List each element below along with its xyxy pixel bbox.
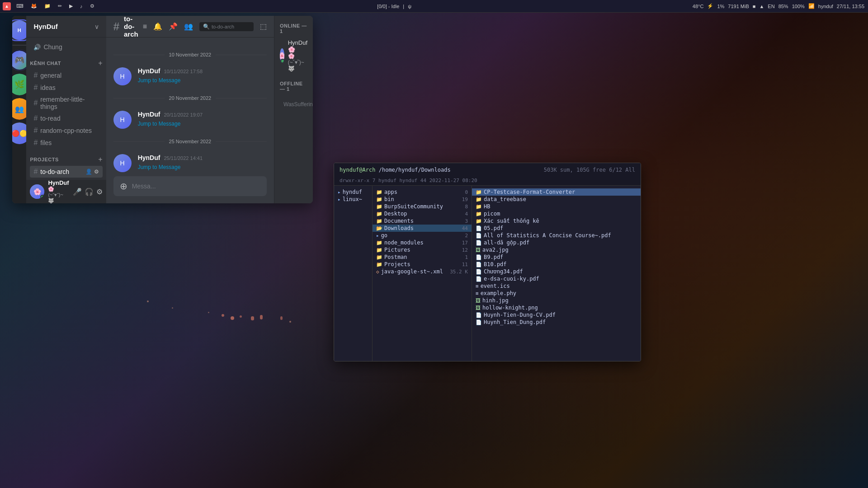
jump-link-3[interactable]: Jump to Message [138,164,181,170]
t-item-hollowknight[interactable]: 🖼 hollow-knight.png [472,304,641,311]
t-item-java-xml[interactable]: ◇ java-google-st~.xml 35.2 K [373,268,472,275]
server-icon-2[interactable]: 🎮 [12,49,26,71]
add-channel-icon[interactable]: + [98,59,102,67]
t-item-allda[interactable]: 📄 all-dã gộp.pdf [472,239,641,246]
t-item-linux[interactable]: ▸ linux~ [334,196,372,203]
server-icon-5[interactable]: 🔴🟡 [12,122,26,144]
t-item-05pdf[interactable]: 📄 05.pdf [472,225,641,232]
inbox-icon[interactable]: ⬚ [260,22,267,31]
server-icon-3[interactable]: 🌿 [12,74,26,95]
message-1[interactable]: H HynDuf 10/11/2022 17:58 Jump to Messag… [106,65,274,88]
t-item-eventics[interactable]: ≡ event.ics [472,282,641,290]
t-item-xacxuat[interactable]: 📁 Xác suất thống kê [472,217,641,225]
members-icon[interactable]: 👥 [184,22,193,31]
t-item-huynhcv[interactable]: 📄 Huynh-Tien-Dung-CV.pdf [472,311,641,319]
channel-item-to-read[interactable]: # to-read [30,113,102,124]
messages-area[interactable]: 10 November 2022 H HynDuf 10/11/2022 17:… [106,38,274,176]
gear-icon: ⚙ [94,169,99,175]
music-app[interactable]: ♪ [77,3,85,10]
pin-icon[interactable]: 📌 [169,22,178,31]
music-icon: ♪ [80,4,83,9]
channel-item-cpp[interactable]: # random-cpp-notes [30,125,102,136]
message-input-field[interactable] [132,183,260,190]
files-app[interactable]: 📁 [42,2,53,10]
username: hynduf [818,4,833,9]
headset-icon[interactable]: 🎧 [85,188,94,196]
t-item-hb[interactable]: 📁 HB [472,203,641,210]
t-item-hinhjpg[interactable]: 🖼 hinh.jpg [472,297,641,304]
user-controls: 🎤 🎧 ⚙ [73,188,103,196]
video-app[interactable]: ▶ [66,2,75,10]
online-user-info: HynDuf 🌸 🌸(~˘▾˘)~🐺 [288,39,307,72]
t-item-data-treebase[interactable]: 📁 data_treebase [472,196,641,203]
t-item-pictures[interactable]: 📁 Pictures 12 [373,246,472,253]
channel-item-to-do-arch[interactable]: # to-do-arch 👤 ⚙ [30,166,102,178]
t-item-edsa[interactable]: 📄 e-dsa-cuoi-ky.pdf [472,275,641,282]
online-avatar-emoji: 🌸 [280,52,284,59]
t-item-projects[interactable]: 📁 Projects 11 [373,261,472,268]
search-placeholder: to-do-arch [212,24,234,29]
folder-icon-linux: ▸ [338,197,341,202]
t-item-allstatspdf[interactable]: 📄 All of Statistics A Concise Course~.pd… [472,232,641,239]
channel-item-files[interactable]: # files [30,137,102,149]
particle [222,314,224,317]
t-item-chuong34[interactable]: 📄 Chương34.pdf [472,268,641,275]
terminal-pane-right[interactable]: 📁 CP-Testcase-Format-Converter 📁 data_tr… [472,186,641,361]
t-item-postman[interactable]: 📁 Postman 1 [373,253,472,261]
t-item-picom[interactable]: 📁 picom [472,210,641,217]
channel-item-remember[interactable]: # remember-little-things [30,94,102,112]
microphone-icon[interactable]: 🎤 [73,188,82,196]
browser-app[interactable]: 🦊 [28,2,40,10]
threads-icon[interactable]: ≡ [143,23,147,31]
online-user-hynduf[interactable]: 🌸 HynDuf 🌸 🌸(~˘▾˘)~🐺 [278,38,309,74]
terminal-pane-left[interactable]: ▸ hynduf ▸ linux~ [334,186,373,361]
t-item-ava2jpg[interactable]: 🖼 ava2.jpg [472,246,641,253]
add-project-icon[interactable]: + [98,155,102,164]
t-item-examplephy[interactable]: ≡ example.phy [472,290,641,297]
channel-name-to-read: to-read [40,115,60,122]
channel-item-ideas[interactable]: # ideas [30,82,102,94]
attach-icon[interactable]: ⊕ [120,181,127,192]
terminal-icon: ⌨ [16,3,24,9]
server-icon-4[interactable]: 👥 [12,98,26,120]
channel-item-chung[interactable]: 🔊 Chung [30,42,102,52]
header-search[interactable]: 🔍 to-do-arch [199,22,254,31]
t-label-cp-converter: CP-Testcase-Format-Converter [484,189,575,195]
terminal-app[interactable]: ⌨ [14,2,26,10]
user-name: HynDuf [48,179,69,186]
settings-app[interactable]: ⚙ [87,2,97,10]
t-label-allstatspdf: All of Statistics A Concise Course~.pdf [484,232,611,239]
t-label-hinhjpg: hinh.jpg [482,297,509,304]
t-item-b9pdf[interactable]: 📄 B9.pdf [472,253,641,261]
terminal-header: hynduf@Arch /home/hynduf/Downloads 503K … [334,163,641,177]
message-2[interactable]: H HynDuf 20/11/2022 19:07 Jump to Messag… [106,108,274,131]
user-settings-icon[interactable]: ⚙ [96,188,103,196]
jump-link-2[interactable]: Jump to Message [138,121,181,127]
offline-user-1[interactable]: 👤 WasSufferingGood? [278,95,309,113]
server-icon-hynduf[interactable]: H [12,19,26,41]
t-item-documents[interactable]: 📁 Documents 3 [373,217,472,225]
taskbar-right: 48°C ⚡ 1% 7191 MiB ■ ▲ EN 85% 100% 📶 hyn… [689,3,868,9]
t-item-hynduf[interactable]: ▸ hynduf [334,188,372,196]
t-item-node[interactable]: 📁 node_modules 17 [373,239,472,246]
t-item-downloads[interactable]: 📂 Downloads 44 [373,225,472,232]
terminal-window: hynduf@Arch /home/hynduf/Downloads 503K … [334,163,641,361]
t-item-huynh[interactable]: 📄 Huynh_Tien_Dung.pdf [472,319,641,326]
jump-link-1[interactable]: Jump to Message [138,77,181,84]
server-name-bar[interactable]: HynDuf ∨ [26,16,106,38]
t-item-apps[interactable]: 📁 apps 0 [373,188,472,196]
t-item-b10pdf[interactable]: 📄 B10.pdf [472,261,641,268]
arch-icon[interactable]: ▲ [3,2,11,10]
t-item-go[interactable]: ▸ go 2 [373,232,472,239]
t-item-bin[interactable]: 📁 bin 19 [373,196,472,203]
editor-app[interactable]: ✏ [55,2,65,10]
window-title: [0/0] - Idle [377,4,399,9]
t-item-cp-converter[interactable]: 📁 CP-Testcase-Format-Converter [472,188,641,196]
t-item-burp[interactable]: 📁 BurpSuiteCommunity 8 [373,203,472,210]
channel-item-general[interactable]: # general [30,70,102,81]
terminal-pane-middle[interactable]: 📁 apps 0 📁 bin 19 📁 BurpSuiteCommunity 8… [373,186,472,361]
message-3[interactable]: H HynDuf 25/11/2022 14:41 Jump to Messag… [106,151,274,175]
t-item-desktop[interactable]: 📁 Desktop 4 [373,210,472,217]
search-icon: 🔍 [203,23,210,30]
notifications-icon[interactable]: 🔔 [153,22,162,31]
